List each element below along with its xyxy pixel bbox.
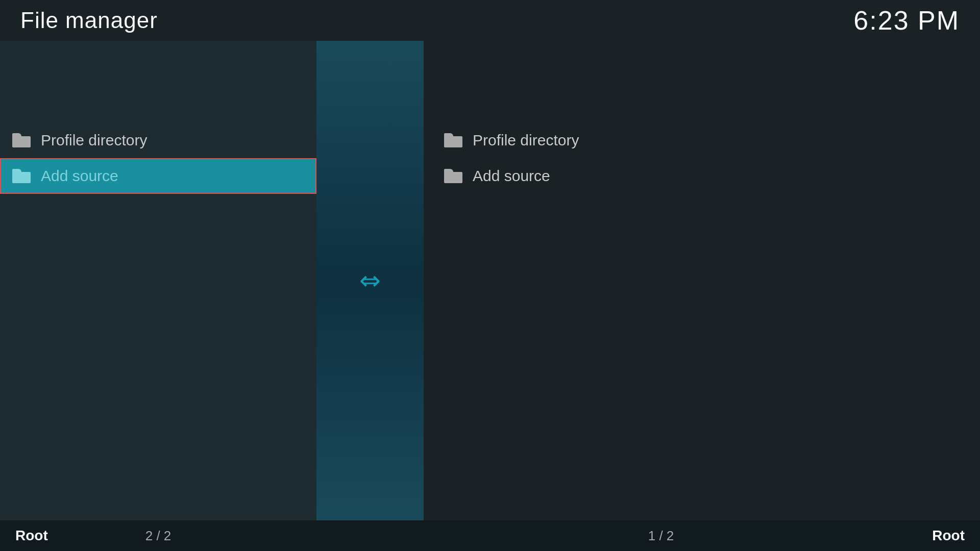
footer-right-count: 1 / 2: [424, 528, 898, 544]
clock: 6:23 PM: [853, 5, 960, 36]
folder-icon: [12, 133, 31, 147]
header: File manager 6:23 PM: [0, 0, 980, 41]
left-profile-directory-item[interactable]: Profile directory: [0, 122, 316, 158]
footer-right-root-label: Root: [932, 528, 965, 544]
left-profile-directory-label: Profile directory: [41, 132, 147, 149]
main-layout: Profile directory Add source ⇔ Profile d…: [0, 41, 980, 520]
folder-icon-selected: [12, 169, 31, 183]
right-panel: Profile directory Add source: [424, 41, 980, 520]
center-panel: ⇔: [316, 41, 424, 520]
right-profile-directory-label: Profile directory: [473, 132, 579, 149]
left-panel: Profile directory Add source: [0, 41, 316, 520]
right-folder-icon-1: [444, 133, 462, 147]
right-add-source-label: Add source: [473, 167, 550, 185]
right-add-source-item[interactable]: Add source: [424, 158, 980, 194]
footer: Root 2 / 2 1 / 2 Root: [0, 520, 980, 551]
left-add-source-label: Add source: [41, 167, 118, 185]
footer-left-count: 2 / 2: [0, 528, 316, 544]
swap-icon: ⇔: [359, 266, 381, 295]
right-profile-directory-item[interactable]: Profile directory: [424, 122, 980, 158]
right-folder-icon-2: [444, 169, 462, 183]
app-title: File manager: [20, 8, 158, 33]
left-add-source-item[interactable]: Add source: [0, 158, 316, 194]
